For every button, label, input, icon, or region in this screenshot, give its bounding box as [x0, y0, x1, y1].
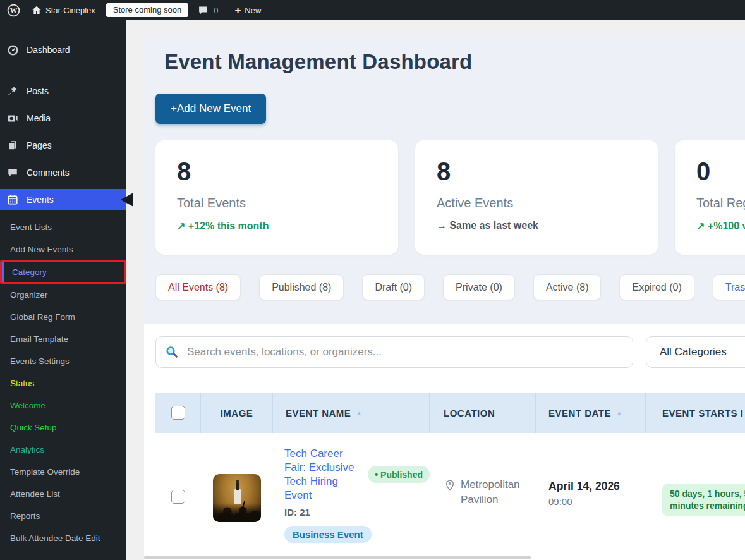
search-input[interactable]	[155, 336, 633, 368]
stat-change: ↗ +%100 vs	[696, 220, 745, 232]
site-name: Star-Cineplex	[45, 6, 95, 15]
events-list-section: All Categories IMAGE EVENT NAME ▲ LOCA	[144, 324, 745, 560]
sidebar-item-dashboard[interactable]: Dashboard	[0, 39, 126, 61]
events-table: IMAGE EVENT NAME ▲ LOCATION EVENT DATE ▲	[155, 393, 745, 551]
sidebar-item-label: Posts	[27, 86, 49, 96]
category-dropdown[interactable]: All Categories	[646, 336, 745, 368]
search-box	[155, 336, 633, 368]
column-header-location[interactable]: LOCATION	[430, 393, 536, 433]
sidebar-item-posts[interactable]: Posts	[0, 80, 126, 102]
sidebar-item-label: Dashboard	[27, 45, 70, 55]
sidebar-subitem-event-lists[interactable]: Event Lists	[0, 216, 126, 238]
sidebar-item-media[interactable]: Media	[0, 107, 126, 129]
stats-cards: 8 Total Events ↗ +12% this month 8 Activ…	[155, 140, 745, 255]
site-link[interactable]: Star-Cineplex	[26, 0, 101, 20]
wordpress-logo-icon: W	[7, 4, 20, 17]
sort-asc-icon[interactable]: ▲	[616, 410, 622, 417]
sidebar-subitem-template-override[interactable]: Template Override	[0, 461, 126, 483]
table-header-row: IMAGE EVENT NAME ▲ LOCATION EVENT DATE ▲	[155, 393, 745, 433]
sort-asc-icon[interactable]: ▲	[356, 410, 362, 417]
events-submenu: Event Lists Add New Events Category Orga…	[0, 216, 126, 549]
event-time: 09:00	[548, 496, 646, 507]
select-all-cell	[155, 393, 201, 433]
event-location: Metropolitan Pavilion	[461, 477, 531, 551]
sidebar-item-events[interactable]: Events	[0, 189, 126, 210]
event-category-badge: Business Event	[284, 526, 372, 543]
plus-icon: +	[234, 5, 241, 16]
sidebar-item-label: Media	[27, 113, 51, 123]
add-new-event-button[interactable]: +Add New Event	[155, 94, 266, 124]
search-icon	[165, 345, 179, 360]
column-header-event-date[interactable]: EVENT DATE ▲	[536, 393, 646, 433]
pushpin-icon	[6, 85, 20, 97]
sidebar-subitem-email-template[interactable]: Email Template	[0, 328, 126, 350]
sidebar-item-label: Comments	[27, 167, 70, 178]
sidebar-subitem-status[interactable]: Status	[0, 372, 126, 394]
dashboard-gauge-icon	[6, 44, 20, 56]
sidebar-subitem-organizer[interactable]: Organizer	[0, 284, 126, 306]
sidebar-item-label: Events	[27, 195, 54, 205]
stat-card-total-events: 8 Total Events ↗ +12% this month	[155, 140, 398, 255]
filter-expired[interactable]: Expired (0)	[619, 274, 694, 300]
event-id: ID: 21	[284, 507, 430, 518]
row-event-name-cell: Tech Career Fair: Exclusive Tech Hiring …	[273, 433, 430, 551]
new-content-button[interactable]: + New	[229, 0, 267, 20]
stat-label: Total Regist	[696, 196, 745, 210]
sidebar-item-comments[interactable]: Comments	[0, 162, 126, 183]
filter-all-events[interactable]: All Events (8)	[155, 274, 241, 300]
wordpress-menu[interactable]: W	[0, 0, 26, 20]
published-status-badge: • Published	[368, 466, 430, 483]
filter-private[interactable]: Private (0)	[443, 274, 515, 300]
store-coming-soon-badge: Store coming soon	[106, 3, 188, 17]
stat-label: Active Events	[437, 196, 636, 210]
countdown-badge: 50 days, 1 hours, 5minutes remaining	[662, 484, 745, 516]
row-date-cell: April 14, 2026 09:00	[536, 433, 646, 551]
admin-sidebar: Dashboard Posts Media	[0, 20, 126, 560]
filter-published[interactable]: Published (8)	[259, 274, 344, 300]
sidebar-item-label: Pages	[27, 140, 52, 150]
sidebar-subitem-category[interactable]: Category	[0, 260, 126, 284]
column-header-event-starts-in[interactable]: EVENT STARTS I	[646, 393, 745, 433]
row-location-cell: Metropolitan Pavilion	[430, 433, 536, 551]
stat-value: 0	[696, 157, 745, 185]
sidebar-subitem-global-reg-form[interactable]: Global Reg Form	[0, 306, 126, 328]
comments-icon	[6, 167, 20, 178]
column-header-image[interactable]: IMAGE	[201, 393, 273, 433]
column-header-event-name[interactable]: EVENT NAME ▲	[273, 393, 430, 433]
location-pin-icon	[444, 479, 456, 492]
event-date: April 14, 2026	[548, 480, 646, 493]
page-title: Event Management Dashboard	[164, 50, 472, 74]
filter-active[interactable]: Active (8)	[533, 274, 602, 300]
sidebar-subitem-analytics[interactable]: Analytics	[0, 439, 126, 461]
svg-text:W: W	[10, 6, 18, 14]
calendar-icon	[6, 194, 20, 205]
stat-change: → Same as last week	[437, 220, 636, 231]
stat-value: 8	[177, 157, 377, 185]
event-dashboard-panel: Event Management Dashboard +Add New Even…	[144, 35, 745, 560]
sidebar-subitem-bulk-attendee-date-edit[interactable]: Bulk Attendee Date Edit	[0, 527, 126, 549]
filter-draft[interactable]: Draft (0)	[362, 274, 425, 300]
event-title-link[interactable]: Tech Career Fair: Exclusive Tech Hiring …	[284, 447, 360, 502]
row-countdown-cell: 50 days, 1 hours, 5minutes remaining	[646, 433, 745, 551]
sidebar-item-pages[interactable]: Pages	[0, 135, 126, 156]
camera-icon	[6, 113, 20, 124]
stat-label: Total Events	[177, 196, 377, 210]
comment-bubble-icon	[198, 5, 209, 16]
sidebar-subitem-quick-setup[interactable]: Quick Setup	[0, 417, 126, 439]
home-icon	[32, 5, 42, 15]
stat-change: ↗ +12% this month	[177, 220, 377, 232]
sidebar-subitem-attendee-list[interactable]: Attendee List	[0, 483, 126, 505]
row-checkbox[interactable]	[171, 490, 185, 504]
sidebar-subitem-reports[interactable]: Reports	[0, 505, 126, 527]
new-label: New	[245, 6, 261, 15]
comments-shortcut[interactable]: 0	[192, 0, 224, 20]
sidebar-subitem-add-new-events[interactable]: Add New Events	[0, 238, 126, 260]
category-dropdown-value: All Categories	[660, 346, 727, 358]
select-all-checkbox[interactable]	[171, 406, 185, 420]
sidebar-subitem-welcome[interactable]: Welcome	[0, 394, 126, 417]
filter-trash[interactable]: Trash (0)	[713, 274, 745, 300]
event-thumbnail[interactable]	[213, 474, 261, 522]
horizontal-scrollbar-thumb[interactable]	[144, 556, 531, 559]
sidebar-subitem-events-settings[interactable]: Events Settings	[0, 350, 126, 372]
active-menu-arrow	[121, 193, 133, 207]
